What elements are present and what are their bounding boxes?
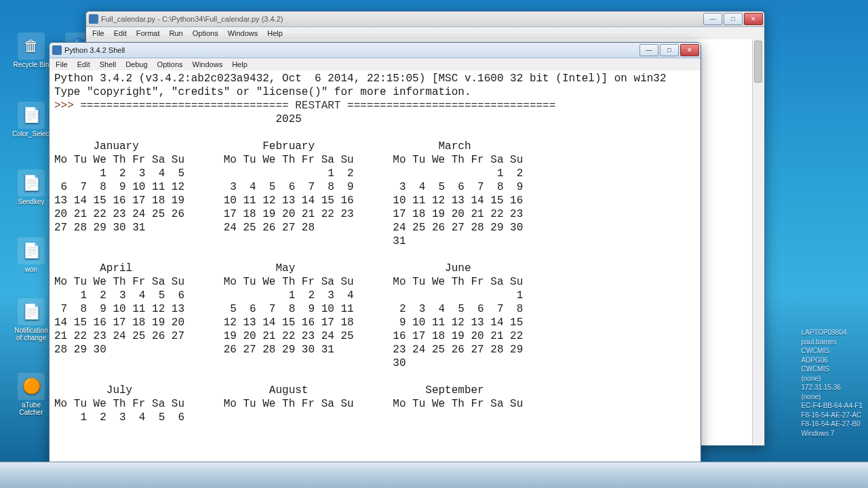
shell-title: Python 3.4.2 Shell [64,46,125,54]
desktop[interactable]: 🗑Recycle Bin📄Color_Select📄Sendkey📄won📄No… [0,0,868,488]
desktop-icon-label: Recycle Bin [12,61,50,68]
menu-windows[interactable]: Windows [223,28,263,38]
scroll-thumb[interactable] [754,41,762,83]
menu-format[interactable]: Format [132,28,165,38]
recycle-bin-icon: 🗑 [18,33,45,60]
sysinfo-line: CWCMIS [801,365,863,374]
desktop-icon-atube[interactable]: 🟠aTube Catcher [12,373,50,416]
maximize-button[interactable]: □ [724,13,743,25]
desktop-icon-label: Color_Select [12,130,50,138]
maximize-button[interactable]: □ [660,44,679,56]
editor-titlebar[interactable]: Full_calendar.py - C:\Python34\Full_cale… [86,12,764,27]
sysinfo-line: (none) [801,374,863,384]
menu-file[interactable]: File [51,60,73,69]
menu-windows[interactable]: Windows [188,60,228,69]
sysinfo-line: Windows 7 [801,429,863,439]
editor-menubar[interactable]: FileEditFormatRunOptionsWindowsHelp [86,27,764,40]
menu-edit[interactable]: Edit [109,28,132,38]
shell-menubar[interactable]: FileEditShellDebugOptionsWindowsHelp [50,58,701,71]
calendar-body: January February March Mo Tu We Th Fr Sa… [54,140,523,424]
sysinfo-line: CWCMIS [801,346,863,356]
desktop-icon-color-select[interactable]: 📄Color_Select [12,102,50,138]
desktop-icon-label: Sendkey [12,198,50,205]
menu-help[interactable]: Help [262,28,288,38]
sysinfo-line: EC-F4-BB-64-A4-F1 [801,401,863,411]
desktop-icon-sendkey[interactable]: 📄Sendkey [12,169,50,205]
close-button[interactable]: ✕ [680,44,699,56]
shell-banner: Python 3.4.2 (v3.4.2:ab2c023a9432, Oct 6… [54,73,667,98]
shell-window[interactable]: Python 3.4.2 Shell — □ ✕ FileEditShellDe… [49,42,701,464]
sysinfo-line: F8-16-54-AE-27-B0 [801,420,863,429]
taskbar[interactable] [0,462,868,488]
calendar-year: 2025 [275,113,301,125]
editor-title: Full_calendar.py - C:\Python34\Full_cale… [101,15,283,23]
menu-run[interactable]: Run [165,28,188,38]
sysinfo-line: (none) [801,392,863,402]
menu-options[interactable]: Options [153,60,188,69]
menu-options[interactable]: Options [188,28,223,38]
menu-debug[interactable]: Debug [121,60,152,69]
desktop-icon-won[interactable]: 📄won [12,237,50,273]
sysinfo-line: 172.31.15.36 [801,383,863,392]
menu-help[interactable]: Help [227,60,252,69]
desktop-icon-recycle-bin[interactable]: 🗑Recycle Bin [12,33,50,68]
shell-prompt: >>> [54,100,80,112]
color-select-icon: 📄 [18,102,45,129]
close-button[interactable]: ✕ [744,13,763,25]
sysinfo-line: F8-16-54-AE-27-AC [801,411,863,420]
sysinfo-line: paul.barnes [801,338,863,347]
sendkey-icon: 📄 [18,169,45,197]
sysinfo-line: ADPG06 [801,356,863,365]
sysinfo-overlay: LAPTOP09804paul.barnesCWCMISADPG06CWCMIS… [801,328,863,438]
desktop-icon-label: Notification of change [12,327,50,342]
menu-shell[interactable]: Shell [95,60,121,69]
shell-output[interactable]: Python 3.4.2 (v3.4.2:ab2c023a9432, Oct 6… [50,70,700,462]
minimize-button[interactable]: — [703,13,722,25]
calendar-output: 2025 January February March Mo Tu We Th … [54,113,523,424]
notification-icon: 📄 [18,298,45,325]
desktop-icon-label: aTube Catcher [12,401,50,416]
atube-icon: 🟠 [18,373,45,400]
desktop-icon-notification[interactable]: 📄Notification of change [12,298,50,342]
sysinfo-line: LAPTOP09804 [801,328,863,338]
python-icon [52,45,62,55]
won-icon: 📄 [18,237,45,264]
menu-edit[interactable]: Edit [73,60,95,69]
desktop-icon-label: won [12,266,50,273]
python-icon [89,14,98,24]
menu-file[interactable]: File [87,28,109,38]
scrollbar[interactable] [752,39,764,445]
restart-line: ================================ RESTART… [80,100,555,112]
minimize-button[interactable]: — [639,44,658,56]
shell-titlebar[interactable]: Python 3.4.2 Shell — □ ✕ [50,43,701,58]
